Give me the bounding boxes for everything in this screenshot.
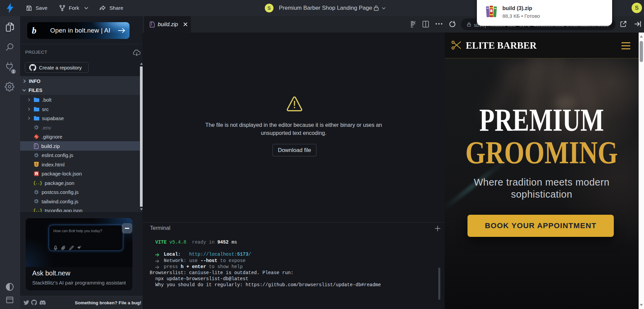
svg-text:5: 5 (36, 163, 38, 166)
